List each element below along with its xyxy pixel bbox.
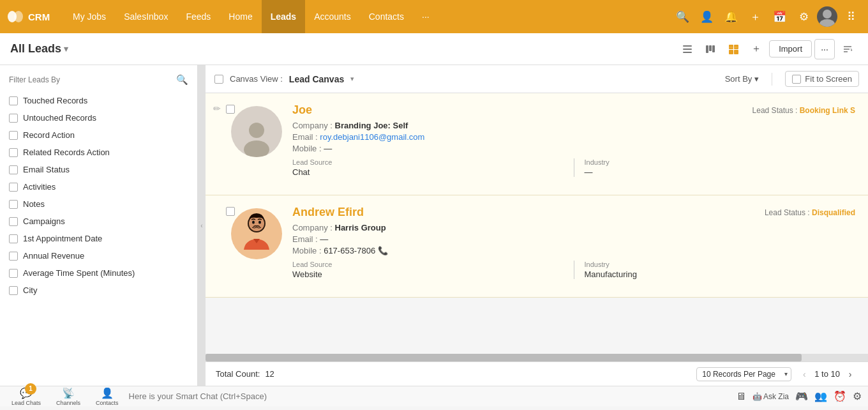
users-icon[interactable]: 👤 bbox=[696, 6, 717, 27]
subheader: All Leads ▾ bbox=[0, 33, 868, 65]
more-options-button[interactable]: ··· bbox=[814, 39, 835, 59]
filter-checkbox-avg-time[interactable] bbox=[9, 269, 18, 278]
filter-checkbox-related-records[interactable] bbox=[9, 148, 18, 157]
card-checkbox-2[interactable] bbox=[226, 207, 235, 216]
next-page-button[interactable]: › bbox=[842, 367, 858, 382]
app-grid-icon[interactable]: ⠿ bbox=[840, 6, 862, 27]
nav-item-accounts[interactable]: Accounts bbox=[305, 0, 360, 33]
nav-item-more[interactable]: ··· bbox=[413, 0, 438, 33]
filter-checkbox-touched[interactable] bbox=[9, 96, 18, 105]
app-logo[interactable]: CRM bbox=[6, 8, 57, 26]
card-company-value-1[interactable]: Branding Joe: Self bbox=[335, 121, 408, 130]
filter-search-icon[interactable]: 🔍 bbox=[176, 74, 188, 86]
filter-item-touched[interactable]: Touched Records bbox=[0, 92, 197, 109]
sort-by-button[interactable]: Sort By ▾ bbox=[725, 74, 760, 84]
sort-icon[interactable] bbox=[837, 39, 858, 59]
card-edit-icon-1[interactable]: ✏ bbox=[213, 103, 221, 114]
fit-screen-checkbox[interactable] bbox=[792, 75, 801, 84]
filter-item-campaigns[interactable]: Campaigns bbox=[0, 213, 197, 230]
filter-item-email-status[interactable]: Email Status bbox=[0, 161, 197, 178]
add-record-icon[interactable]: ＋ bbox=[746, 39, 767, 59]
prev-page-button[interactable]: ‹ bbox=[797, 367, 812, 382]
fit-to-screen-button[interactable]: Fit to Screen bbox=[785, 71, 859, 87]
filter-checkbox-campaigns[interactable] bbox=[9, 217, 18, 226]
user-avatar[interactable] bbox=[817, 6, 837, 27]
filter-checkbox-untouched[interactable] bbox=[9, 114, 18, 123]
canvas-view-dropdown[interactable]: ▾ bbox=[350, 75, 354, 83]
phone-icon-2[interactable]: 📞 bbox=[378, 246, 388, 255]
filter-checkbox-activities[interactable] bbox=[9, 183, 18, 192]
card-company-value-2[interactable]: Harris Group bbox=[335, 223, 386, 232]
nav-item-feeds[interactable]: Feeds bbox=[177, 0, 220, 33]
contacts-item[interactable]: 👤 Contacts bbox=[91, 386, 124, 407]
filter-item-notes[interactable]: Notes bbox=[0, 195, 197, 213]
card-company-2: Company : Harris Group bbox=[292, 223, 855, 232]
card-lead-source-value-2: Website bbox=[292, 270, 564, 279]
canvas-view-icon[interactable] bbox=[723, 39, 744, 59]
plus-icon[interactable]: ＋ bbox=[744, 6, 766, 27]
card-bottom-fields-2: Lead Source Website Industry Manufacturi… bbox=[292, 261, 855, 279]
card-industry-2: Industry Manufacturing bbox=[585, 261, 856, 279]
svg-rect-4 bbox=[683, 45, 692, 47]
search-icon[interactable]: 🔍 bbox=[671, 6, 693, 27]
ask-zia-button[interactable]: 🤖 Ask Zia bbox=[752, 392, 789, 401]
channels-item[interactable]: 📡 Channels bbox=[51, 386, 86, 407]
filter-item-record-action[interactable]: Record Action bbox=[0, 126, 197, 144]
bottom-bar-right: 🖥 🤖 Ask Zia 🎮 👥 ⏰ ⚙ bbox=[736, 390, 862, 402]
nav-item-leads[interactable]: Leads bbox=[262, 0, 305, 33]
filter-checkbox-email-status[interactable] bbox=[9, 165, 18, 174]
clock-icon[interactable]: ⏰ bbox=[834, 390, 846, 402]
card-mobile-value-2[interactable]: 617-653-7806 bbox=[324, 246, 375, 255]
filter-item-avg-time[interactable]: Average Time Spent (Minutes) bbox=[0, 264, 197, 282]
filter-item-city[interactable]: City bbox=[0, 282, 197, 299]
select-all-checkbox[interactable] bbox=[214, 75, 223, 84]
card-mobile-value-1: — bbox=[324, 144, 332, 153]
smartchat-input[interactable] bbox=[129, 391, 731, 401]
settings-bottom-icon[interactable]: ⚙ bbox=[853, 390, 862, 402]
card-company-1: Company : Branding Joe: Self bbox=[292, 121, 855, 130]
pagination: ‹ 1 to 10 › bbox=[797, 367, 858, 382]
filter-item-untouched[interactable]: Untouched Records bbox=[0, 109, 197, 126]
kanban-view-icon[interactable] bbox=[700, 39, 721, 59]
title-dropdown-icon[interactable]: ▾ bbox=[64, 44, 68, 54]
filter-checkbox-notes[interactable] bbox=[9, 200, 18, 209]
sidebar-collapse-handle[interactable]: ‹ bbox=[198, 65, 206, 386]
card-industry-label-1: Industry bbox=[585, 158, 856, 166]
nav-item-myjobs[interactable]: My Jobs bbox=[64, 0, 115, 33]
smile-icon[interactable]: 🎮 bbox=[795, 390, 808, 402]
filter-item-related-records[interactable]: Related Records Action bbox=[0, 144, 197, 161]
filter-checkbox-annual-revenue[interactable] bbox=[9, 252, 18, 261]
filter-item-annual-revenue[interactable]: Annual Revenue bbox=[0, 247, 197, 264]
nav-item-salesinbox[interactable]: SalesInbox bbox=[115, 0, 177, 33]
scroll-thumb[interactable] bbox=[206, 354, 802, 361]
nav-item-home[interactable]: Home bbox=[220, 0, 261, 33]
bottom-bar: 💬 1 Lead Chats 📡 Channels 👤 Contacts 🖥 🤖… bbox=[0, 386, 868, 406]
filter-checkbox-city[interactable] bbox=[9, 286, 18, 295]
filter-checkbox-appointment-date[interactable] bbox=[9, 234, 18, 243]
horizontal-scrollbar[interactable] bbox=[206, 354, 868, 361]
card-email-value-1[interactable]: roy.debjani1106@gmail.com bbox=[320, 132, 424, 142]
card-email-label-1: Email : bbox=[292, 132, 318, 142]
page-title: All Leads ▾ bbox=[10, 42, 68, 56]
lead-chats-item[interactable]: 💬 1 Lead Chats bbox=[6, 386, 46, 407]
filter-label-touched: Touched Records bbox=[23, 96, 87, 105]
filter-label-city: City bbox=[23, 285, 37, 295]
filter-checkbox-record-action[interactable] bbox=[9, 131, 18, 140]
per-page-select[interactable]: 10 Records Per Page 20 Records Per Page … bbox=[696, 367, 791, 381]
svg-point-23 bbox=[258, 221, 261, 224]
card-status-2: Lead Status : Disqualified bbox=[765, 208, 855, 217]
card-checkbox-1[interactable] bbox=[226, 105, 235, 114]
import-button[interactable]: Import bbox=[769, 40, 812, 57]
monitor-icon[interactable]: 🖥 bbox=[736, 391, 746, 402]
card-company-label-2: Company : bbox=[292, 223, 333, 232]
svg-rect-6 bbox=[683, 52, 692, 53]
nav-item-contacts[interactable]: Contacts bbox=[360, 0, 413, 33]
list-view-icon[interactable] bbox=[677, 39, 698, 59]
filter-item-appointment-date[interactable]: 1st Appointment Date bbox=[0, 230, 197, 247]
card-lead-source-1: Lead Source Chat bbox=[292, 158, 564, 177]
settings-icon[interactable]: ⚙ bbox=[793, 6, 814, 27]
person-icon[interactable]: 👥 bbox=[814, 390, 827, 402]
bell-icon[interactable]: 🔔 bbox=[720, 6, 742, 27]
filter-item-activities[interactable]: Activities bbox=[0, 178, 197, 195]
calendar-icon[interactable]: 📅 bbox=[768, 6, 790, 27]
